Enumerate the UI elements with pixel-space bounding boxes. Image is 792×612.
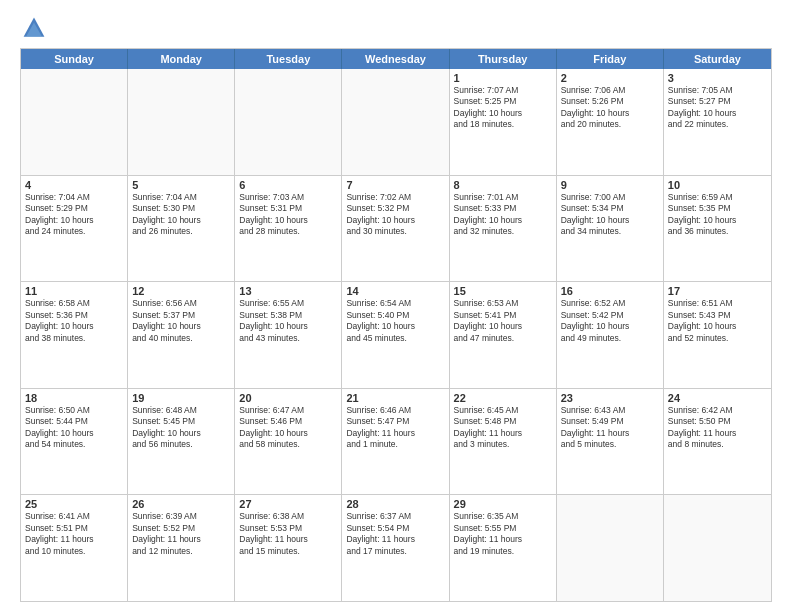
day-cell-26: 26Sunrise: 6:39 AMSunset: 5:52 PMDayligh… xyxy=(128,495,235,601)
header-day-thursday: Thursday xyxy=(450,49,557,69)
day-number: 29 xyxy=(454,498,552,510)
calendar-week-4: 18Sunrise: 6:50 AMSunset: 5:44 PMDayligh… xyxy=(21,389,771,496)
day-number: 4 xyxy=(25,179,123,191)
day-number: 28 xyxy=(346,498,444,510)
day-cell-17: 17Sunrise: 6:51 AMSunset: 5:43 PMDayligh… xyxy=(664,282,771,388)
day-info: Sunrise: 7:05 AMSunset: 5:27 PMDaylight:… xyxy=(668,85,767,131)
day-info: Sunrise: 7:03 AMSunset: 5:31 PMDaylight:… xyxy=(239,192,337,238)
day-number: 9 xyxy=(561,179,659,191)
day-info: Sunrise: 6:38 AMSunset: 5:53 PMDaylight:… xyxy=(239,511,337,557)
day-info: Sunrise: 6:56 AMSunset: 5:37 PMDaylight:… xyxy=(132,298,230,344)
day-number: 14 xyxy=(346,285,444,297)
day-info: Sunrise: 6:37 AMSunset: 5:54 PMDaylight:… xyxy=(346,511,444,557)
day-number: 19 xyxy=(132,392,230,404)
day-number: 2 xyxy=(561,72,659,84)
day-cell-28: 28Sunrise: 6:37 AMSunset: 5:54 PMDayligh… xyxy=(342,495,449,601)
day-number: 8 xyxy=(454,179,552,191)
day-cell-1: 1Sunrise: 7:07 AMSunset: 5:25 PMDaylight… xyxy=(450,69,557,175)
day-cell-8: 8Sunrise: 7:01 AMSunset: 5:33 PMDaylight… xyxy=(450,176,557,282)
day-cell-3: 3Sunrise: 7:05 AMSunset: 5:27 PMDaylight… xyxy=(664,69,771,175)
day-info: Sunrise: 6:48 AMSunset: 5:45 PMDaylight:… xyxy=(132,405,230,451)
header-day-wednesday: Wednesday xyxy=(342,49,449,69)
day-number: 27 xyxy=(239,498,337,510)
day-info: Sunrise: 6:54 AMSunset: 5:40 PMDaylight:… xyxy=(346,298,444,344)
day-number: 15 xyxy=(454,285,552,297)
day-cell-18: 18Sunrise: 6:50 AMSunset: 5:44 PMDayligh… xyxy=(21,389,128,495)
day-info: Sunrise: 7:07 AMSunset: 5:25 PMDaylight:… xyxy=(454,85,552,131)
day-number: 12 xyxy=(132,285,230,297)
day-info: Sunrise: 7:04 AMSunset: 5:30 PMDaylight:… xyxy=(132,192,230,238)
day-info: Sunrise: 6:45 AMSunset: 5:48 PMDaylight:… xyxy=(454,405,552,451)
day-info: Sunrise: 7:01 AMSunset: 5:33 PMDaylight:… xyxy=(454,192,552,238)
logo xyxy=(20,16,46,40)
calendar-body: 1Sunrise: 7:07 AMSunset: 5:25 PMDaylight… xyxy=(21,69,771,601)
day-info: Sunrise: 7:00 AMSunset: 5:34 PMDaylight:… xyxy=(561,192,659,238)
header-day-tuesday: Tuesday xyxy=(235,49,342,69)
day-info: Sunrise: 6:52 AMSunset: 5:42 PMDaylight:… xyxy=(561,298,659,344)
day-info: Sunrise: 6:35 AMSunset: 5:55 PMDaylight:… xyxy=(454,511,552,557)
day-cell-24: 24Sunrise: 6:42 AMSunset: 5:50 PMDayligh… xyxy=(664,389,771,495)
day-info: Sunrise: 7:06 AMSunset: 5:26 PMDaylight:… xyxy=(561,85,659,131)
day-cell-22: 22Sunrise: 6:45 AMSunset: 5:48 PMDayligh… xyxy=(450,389,557,495)
day-info: Sunrise: 6:51 AMSunset: 5:43 PMDaylight:… xyxy=(668,298,767,344)
day-number: 5 xyxy=(132,179,230,191)
calendar-header: SundayMondayTuesdayWednesdayThursdayFrid… xyxy=(21,49,771,69)
calendar: SundayMondayTuesdayWednesdayThursdayFrid… xyxy=(20,48,772,602)
day-info: Sunrise: 6:59 AMSunset: 5:35 PMDaylight:… xyxy=(668,192,767,238)
day-number: 23 xyxy=(561,392,659,404)
day-info: Sunrise: 6:41 AMSunset: 5:51 PMDaylight:… xyxy=(25,511,123,557)
day-info: Sunrise: 6:42 AMSunset: 5:50 PMDaylight:… xyxy=(668,405,767,451)
day-number: 18 xyxy=(25,392,123,404)
empty-cell xyxy=(128,69,235,175)
calendar-week-5: 25Sunrise: 6:41 AMSunset: 5:51 PMDayligh… xyxy=(21,495,771,601)
day-info: Sunrise: 6:46 AMSunset: 5:47 PMDaylight:… xyxy=(346,405,444,451)
day-cell-7: 7Sunrise: 7:02 AMSunset: 5:32 PMDaylight… xyxy=(342,176,449,282)
day-number: 10 xyxy=(668,179,767,191)
day-info: Sunrise: 6:43 AMSunset: 5:49 PMDaylight:… xyxy=(561,405,659,451)
day-info: Sunrise: 6:55 AMSunset: 5:38 PMDaylight:… xyxy=(239,298,337,344)
day-number: 6 xyxy=(239,179,337,191)
day-cell-5: 5Sunrise: 7:04 AMSunset: 5:30 PMDaylight… xyxy=(128,176,235,282)
day-number: 20 xyxy=(239,392,337,404)
day-cell-14: 14Sunrise: 6:54 AMSunset: 5:40 PMDayligh… xyxy=(342,282,449,388)
header-day-sunday: Sunday xyxy=(21,49,128,69)
day-cell-11: 11Sunrise: 6:58 AMSunset: 5:36 PMDayligh… xyxy=(21,282,128,388)
calendar-week-1: 1Sunrise: 7:07 AMSunset: 5:25 PMDaylight… xyxy=(21,69,771,176)
header-day-saturday: Saturday xyxy=(664,49,771,69)
day-number: 21 xyxy=(346,392,444,404)
day-cell-4: 4Sunrise: 7:04 AMSunset: 5:29 PMDaylight… xyxy=(21,176,128,282)
day-cell-10: 10Sunrise: 6:59 AMSunset: 5:35 PMDayligh… xyxy=(664,176,771,282)
day-info: Sunrise: 6:58 AMSunset: 5:36 PMDaylight:… xyxy=(25,298,123,344)
empty-cell xyxy=(664,495,771,601)
day-cell-29: 29Sunrise: 6:35 AMSunset: 5:55 PMDayligh… xyxy=(450,495,557,601)
day-number: 7 xyxy=(346,179,444,191)
day-number: 1 xyxy=(454,72,552,84)
logo-icon xyxy=(22,16,46,40)
day-cell-19: 19Sunrise: 6:48 AMSunset: 5:45 PMDayligh… xyxy=(128,389,235,495)
day-info: Sunrise: 6:47 AMSunset: 5:46 PMDaylight:… xyxy=(239,405,337,451)
day-number: 22 xyxy=(454,392,552,404)
day-number: 3 xyxy=(668,72,767,84)
day-info: Sunrise: 6:50 AMSunset: 5:44 PMDaylight:… xyxy=(25,405,123,451)
calendar-week-3: 11Sunrise: 6:58 AMSunset: 5:36 PMDayligh… xyxy=(21,282,771,389)
day-cell-15: 15Sunrise: 6:53 AMSunset: 5:41 PMDayligh… xyxy=(450,282,557,388)
day-cell-23: 23Sunrise: 6:43 AMSunset: 5:49 PMDayligh… xyxy=(557,389,664,495)
day-cell-12: 12Sunrise: 6:56 AMSunset: 5:37 PMDayligh… xyxy=(128,282,235,388)
day-number: 11 xyxy=(25,285,123,297)
day-number: 16 xyxy=(561,285,659,297)
day-cell-2: 2Sunrise: 7:06 AMSunset: 5:26 PMDaylight… xyxy=(557,69,664,175)
day-info: Sunrise: 7:04 AMSunset: 5:29 PMDaylight:… xyxy=(25,192,123,238)
day-cell-27: 27Sunrise: 6:38 AMSunset: 5:53 PMDayligh… xyxy=(235,495,342,601)
calendar-week-2: 4Sunrise: 7:04 AMSunset: 5:29 PMDaylight… xyxy=(21,176,771,283)
empty-cell xyxy=(21,69,128,175)
header-day-friday: Friday xyxy=(557,49,664,69)
empty-cell xyxy=(557,495,664,601)
day-number: 26 xyxy=(132,498,230,510)
header xyxy=(20,16,772,40)
day-number: 25 xyxy=(25,498,123,510)
day-info: Sunrise: 6:53 AMSunset: 5:41 PMDaylight:… xyxy=(454,298,552,344)
day-cell-6: 6Sunrise: 7:03 AMSunset: 5:31 PMDaylight… xyxy=(235,176,342,282)
day-number: 13 xyxy=(239,285,337,297)
day-number: 17 xyxy=(668,285,767,297)
day-cell-21: 21Sunrise: 6:46 AMSunset: 5:47 PMDayligh… xyxy=(342,389,449,495)
